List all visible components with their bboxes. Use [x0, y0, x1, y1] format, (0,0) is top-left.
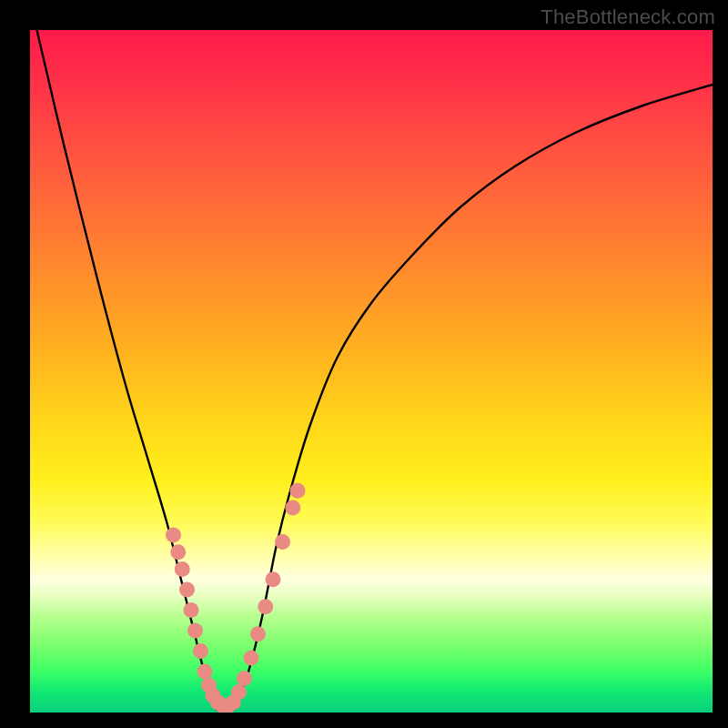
data-marker: [258, 599, 273, 614]
bottleneck-curve-path: [37, 30, 713, 713]
data-marker: [184, 602, 199, 618]
data-marker: [266, 571, 281, 587]
data-marker: [244, 651, 259, 666]
data-marker: [290, 483, 306, 499]
data-marker: [187, 623, 203, 639]
watermark-text: TheBottleneck.com: [541, 5, 715, 29]
data-marker: [166, 528, 181, 543]
data-marker: [193, 643, 208, 659]
data-marker: [197, 664, 213, 680]
plot-area: [30, 30, 713, 713]
data-marker: [285, 500, 300, 516]
curve-layer: [30, 30, 713, 713]
data-marker: [237, 671, 252, 686]
data-marker: [170, 544, 186, 560]
chart-frame: TheBottleneck.com: [0, 0, 728, 728]
data-marker: [250, 626, 266, 642]
data-marker: [275, 534, 290, 550]
data-marker: [175, 561, 190, 577]
data-marker: [179, 582, 195, 598]
data-marker: [231, 684, 247, 700]
